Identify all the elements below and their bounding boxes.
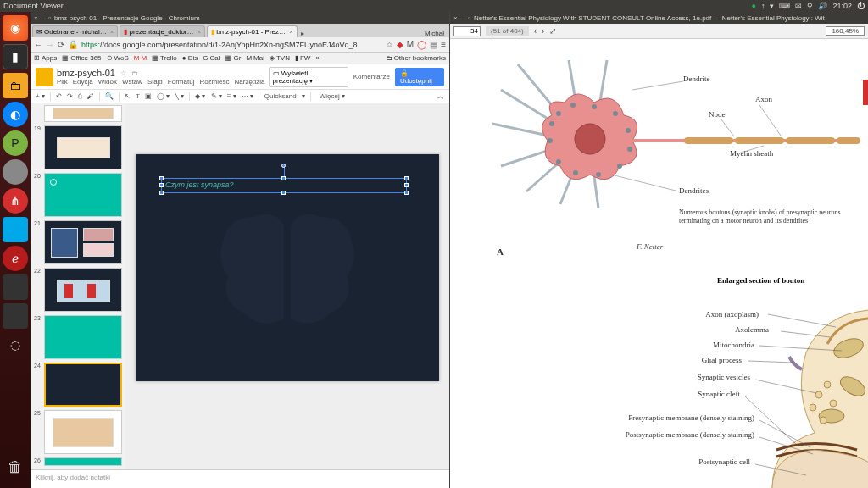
apps-bookmark[interactable]: ⊞ Apps xyxy=(34,54,57,62)
launcher-dash[interactable]: ◉ xyxy=(3,15,28,41)
spotify-icon[interactable]: ● xyxy=(752,2,756,10)
font-selector[interactable]: Quicksand xyxy=(264,92,297,100)
window-close-icon[interactable]: × xyxy=(34,14,38,22)
line-icon[interactable]: ╲ ▾ xyxy=(175,92,184,100)
menu-view[interactable]: Widok xyxy=(98,78,117,86)
border-dash-icon[interactable]: ⋯ ▾ xyxy=(242,92,253,100)
fill-icon[interactable]: ◆ ▾ xyxy=(195,92,205,100)
prev-page-icon[interactable]: ‹ xyxy=(534,26,537,36)
bookmark-trello[interactable]: ▦ Trello xyxy=(152,54,177,62)
launcher-app-1[interactable] xyxy=(3,159,28,185)
mail-icon[interactable]: ✉ xyxy=(795,2,802,10)
slide-thumb-21[interactable]: 21 xyxy=(32,220,124,264)
selected-text-box[interactable]: Czym jest synapsa? xyxy=(161,178,407,193)
resize-handle[interactable] xyxy=(281,176,286,180)
network-icon[interactable]: ↕ xyxy=(761,2,765,10)
reload-icon[interactable]: ⟳ xyxy=(58,40,64,49)
launcher-chromium[interactable]: ◐ xyxy=(3,102,28,127)
slide-thumb-19[interactable]: 19 xyxy=(32,125,124,169)
ext-icon-2[interactable]: ◯ xyxy=(417,40,426,49)
launcher-app-6[interactable]: ◌ xyxy=(3,332,28,358)
launcher-app-3[interactable]: ℯ xyxy=(3,246,28,271)
resize-handle[interactable] xyxy=(404,183,409,187)
resize-handle[interactable] xyxy=(159,183,164,187)
zoom-icon[interactable]: 🔍 xyxy=(105,92,114,100)
ext-icon-1[interactable]: ◆ xyxy=(397,40,403,49)
other-bookmarks[interactable]: 🗀 Other bookmarks xyxy=(386,54,446,62)
url-field[interactable]: https://docs.google.com/presentation/d/1… xyxy=(81,41,382,49)
ext-icon-3[interactable]: ▤ xyxy=(430,40,437,49)
present-button[interactable]: ▭ Wyświetl prezentację ▾ xyxy=(269,67,348,87)
tab-bmz-psych[interactable]: ▮ bmz-psych-01 - Prez… × xyxy=(207,25,297,37)
select-icon[interactable]: ↖ xyxy=(125,92,131,100)
tab-presentation-1[interactable]: ▮ prezentacje_doktor… × xyxy=(120,25,205,37)
redo-icon[interactable]: ↷ xyxy=(67,92,73,100)
speaker-notes[interactable]: Kliknij, aby dodać notatki xyxy=(31,469,449,488)
slides-logo-icon[interactable] xyxy=(36,68,53,86)
resize-handle[interactable] xyxy=(281,191,286,195)
menu-edit[interactable]: Edycja xyxy=(73,78,93,86)
border-weight-icon[interactable]: ≡ ▾ xyxy=(227,92,236,100)
new-tab-button[interactable]: ▸ xyxy=(298,30,308,37)
fit-icon[interactable]: ⤢ xyxy=(549,26,556,36)
menu-slide[interactable]: Slajd xyxy=(147,78,163,86)
bookmark-cal[interactable]: G Cal xyxy=(203,54,220,62)
textbox-icon[interactable]: T xyxy=(136,92,140,100)
bookmark-dis[interactable]: ● Dis xyxy=(182,54,198,62)
slide-thumb[interactable] xyxy=(32,105,124,122)
star-icon[interactable]: ☆ xyxy=(386,40,393,49)
pdf-content[interactable]: Dendrite Node Axon Myelin sheath Dendrit… xyxy=(450,39,868,488)
paint-format-icon[interactable]: 🖌 xyxy=(87,92,94,100)
menu-format[interactable]: Formatuj xyxy=(168,78,195,86)
window-min-icon[interactable]: – xyxy=(461,14,465,22)
new-slide-icon[interactable]: + ▾ xyxy=(36,92,45,100)
slide-canvas[interactable]: Czym jest synapsa? xyxy=(136,154,439,381)
launcher-files[interactable]: 🗀 xyxy=(3,73,28,98)
comments-button[interactable]: Komentarze xyxy=(353,73,390,80)
launcher-app-5[interactable] xyxy=(3,303,28,329)
menu-tools[interactable]: Narzędzia xyxy=(235,78,265,86)
window-max-icon[interactable]: ▫ xyxy=(48,14,51,22)
launcher-mendeley[interactable]: ⋔ xyxy=(3,188,28,214)
bookmark-office[interactable]: ▦ Office 365 xyxy=(62,54,101,62)
launcher-app-2[interactable] xyxy=(3,217,28,242)
share-button[interactable]: 🔒 Udostępnij xyxy=(395,68,444,86)
keyboard-icon[interactable]: ⌨ xyxy=(779,2,790,10)
bookmark-mai[interactable]: M Mai xyxy=(246,54,264,62)
power-icon[interactable]: ⏻ xyxy=(857,2,865,10)
menu-file[interactable]: Plik xyxy=(57,78,68,86)
slide-thumb-20[interactable]: 20 xyxy=(32,173,124,217)
chrome-profile[interactable]: Michał xyxy=(420,30,449,37)
shape-icon[interactable]: ◯ ▾ xyxy=(157,92,170,100)
bookmark-m[interactable]: M M xyxy=(134,54,147,62)
bluetooth-icon[interactable]: ⚲ xyxy=(807,2,813,10)
wifi-icon[interactable]: ▾ xyxy=(770,2,774,10)
document-title[interactable]: bmz-psych-01 xyxy=(57,68,115,78)
menu-icon[interactable]: ≡ xyxy=(441,40,446,49)
slide-thumb-25[interactable]: 25 xyxy=(32,410,124,454)
slide-thumb-23[interactable]: 23 xyxy=(32,315,124,359)
star-doc-icon[interactable]: ☆ xyxy=(120,69,126,77)
menu-arrange[interactable]: Rozmieść xyxy=(199,78,229,86)
bookmark-wos[interactable]: ⊙ WoS xyxy=(107,54,129,62)
back-icon[interactable]: ← xyxy=(34,40,42,49)
launcher-terminal[interactable]: ▮ xyxy=(3,44,28,69)
print-icon[interactable]: ⎙ xyxy=(78,92,82,100)
rotate-handle[interactable] xyxy=(281,164,286,168)
launcher-pycharm[interactable]: P xyxy=(3,130,28,156)
tab-inbox[interactable]: ✉ Odebrane - michal… × xyxy=(32,25,118,37)
collapse-toolbar-icon[interactable]: ︽ xyxy=(437,92,444,101)
resize-handle[interactable] xyxy=(404,176,409,180)
more-button[interactable]: Więcej ▾ xyxy=(320,92,345,100)
volume-icon[interactable]: 🔊 xyxy=(818,2,827,10)
resize-handle[interactable] xyxy=(404,191,409,195)
window-max-icon[interactable]: ▫ xyxy=(468,14,470,22)
menu-insert[interactable]: Wstaw xyxy=(122,78,142,86)
border-icon[interactable]: ✎ ▾ xyxy=(211,92,222,100)
bookmark-fw[interactable]: ▮ FW xyxy=(295,54,310,62)
resize-handle[interactable] xyxy=(159,191,164,195)
page-input[interactable] xyxy=(453,26,481,36)
launcher-trash[interactable]: 🗑 xyxy=(3,454,28,480)
launcher-app-4[interactable] xyxy=(3,274,28,300)
slide-thumb-22[interactable]: 22 xyxy=(32,268,124,312)
